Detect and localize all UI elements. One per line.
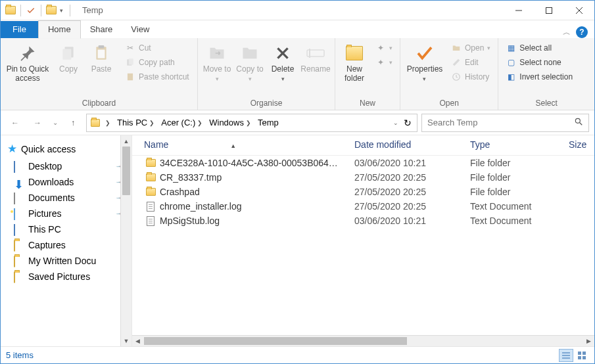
tab-home[interactable]: Home	[38, 20, 81, 39]
refresh-button[interactable]: ↻	[404, 118, 412, 128]
sidebar-item[interactable]: ⬇Downloads📌	[1, 174, 131, 190]
up-button[interactable]: ↑	[64, 114, 82, 132]
group-new: New folder ✦▾ ✦▾ New	[335, 38, 400, 110]
recent-dropdown[interactable]: ⌄	[51, 114, 60, 132]
sidebar-item-label: Documents	[28, 193, 75, 203]
status-bar: 5 items	[1, 346, 594, 363]
sidebar-item-icon	[14, 162, 24, 171]
copy-to-button[interactable]: Copy to ▾	[233, 40, 266, 86]
horizontal-scrollbar[interactable]: ◀ ▶	[132, 335, 594, 346]
copy-path-button[interactable]: Copy path	[123, 56, 191, 69]
group-label-clipboard: Clipboard	[3, 97, 195, 110]
file-list-pane: Name▲ Date modified Type Size 34CE328A-1…	[132, 135, 594, 346]
sidebar-item[interactable]: Documents📌	[1, 190, 131, 206]
history-icon	[451, 72, 462, 82]
file-icon	[144, 216, 157, 226]
search-input[interactable]: Search Temp	[421, 114, 589, 132]
close-button[interactable]	[564, 1, 594, 20]
history-button[interactable]: History	[449, 70, 492, 83]
minimize-button[interactable]	[504, 1, 534, 20]
column-date[interactable]: Date modified	[354, 139, 470, 150]
edit-button[interactable]: Edit	[449, 56, 492, 69]
address-dropdown-icon[interactable]: ⌄	[393, 120, 398, 126]
scissors-icon: ✂	[125, 43, 135, 53]
file-row[interactable]: chrome_installer.log27/05/2020 20:25Text…	[132, 199, 594, 214]
paste-button[interactable]: Paste	[85, 40, 118, 77]
file-type: File folder	[470, 172, 569, 183]
easy-access-icon: ✦	[375, 57, 386, 68]
back-button[interactable]: ←	[6, 114, 24, 132]
copy-button[interactable]: Copy	[52, 40, 85, 77]
group-open: Properties▾ Open ▾ Edit History Open	[400, 38, 498, 110]
svg-point-17	[575, 118, 580, 123]
paste-shortcut-icon	[125, 72, 135, 82]
group-clipboard: Pin to Quick access Copy Paste ✂Cut Copy…	[1, 38, 198, 110]
file-row[interactable]: 34CE328A-1010-4A5C-A380-00053B064…03/06/…	[132, 156, 594, 170]
svg-rect-10	[129, 58, 133, 64]
crumb-this-pc[interactable]: This PC❯	[114, 117, 157, 128]
sidebar-item[interactable]: Desktop📌	[1, 158, 131, 174]
item-count: 5 items	[6, 350, 34, 360]
file-row[interactable]: CR_83337.tmp27/05/2020 20:25File folder	[132, 170, 594, 185]
maximize-button[interactable]	[534, 1, 564, 20]
properties-button[interactable]: Properties▾	[403, 40, 446, 86]
rename-button[interactable]: Rename	[299, 40, 332, 77]
tab-file[interactable]: File	[1, 21, 38, 38]
search-icon	[574, 117, 583, 128]
crumb-temp[interactable]: Temp	[255, 117, 281, 128]
forward-button[interactable]: →	[28, 114, 47, 132]
sidebar-item[interactable]: Captures	[1, 237, 131, 253]
separator	[41, 5, 41, 16]
crumb-windows[interactable]: Windows❯	[206, 117, 254, 128]
tab-share[interactable]: Share	[81, 21, 122, 38]
crumb-drive[interactable]: Acer (C:)❯	[158, 117, 205, 128]
new-folder-icon	[344, 43, 365, 64]
file-row[interactable]: Crashpad27/05/2020 20:25File folder	[132, 185, 594, 199]
properties-qat-icon[interactable]	[25, 5, 37, 16]
sidebar-item-icon	[14, 225, 24, 234]
move-to-button[interactable]: Move to ▾	[201, 40, 233, 86]
svg-rect-15	[309, 49, 310, 58]
column-type[interactable]: Type	[470, 139, 569, 150]
paste-icon	[91, 43, 112, 64]
sidebar-item[interactable]: Pictures📌	[1, 206, 131, 221]
folder-qat-icon[interactable]	[45, 5, 57, 16]
new-folder-button[interactable]: New folder	[338, 40, 371, 86]
select-none-button[interactable]: ▢Select none	[504, 56, 575, 69]
move-to-icon	[206, 43, 227, 64]
qat-dropdown-icon[interactable]: ▾	[60, 7, 63, 14]
tab-view[interactable]: View	[122, 21, 158, 38]
select-all-button[interactable]: ▦Select all	[504, 41, 575, 55]
file-date: 27/05/2020 20:25	[354, 172, 470, 183]
sidebar-item[interactable]: This PC	[1, 221, 131, 237]
column-name[interactable]: Name▲	[144, 139, 354, 150]
help-icon[interactable]: ?	[576, 26, 588, 38]
collapse-ribbon-icon[interactable]: ︿	[563, 27, 571, 38]
sidebar-item[interactable]: My Written Docu	[1, 253, 131, 269]
address-bar[interactable]: ❯ This PC❯ Acer (C:)❯ Windows❯ Temp ⌄ ↻	[86, 114, 417, 132]
details-view-button[interactable]	[559, 349, 573, 362]
group-label-organise: Organise	[201, 97, 332, 110]
thumbnails-view-button[interactable]	[575, 349, 589, 362]
svg-rect-11	[128, 74, 133, 81]
paste-shortcut-button[interactable]: Paste shortcut	[123, 70, 191, 83]
content-area: ★ Quick access Desktop📌⬇Downloads📌Docume…	[1, 135, 594, 346]
svg-rect-25	[583, 356, 586, 359]
sidebar-item-icon	[14, 209, 24, 218]
file-type: File folder	[470, 158, 569, 168]
crumb-root-chevron[interactable]: ❯	[103, 119, 113, 127]
easy-access-button[interactable]: ✦▾	[373, 56, 394, 69]
new-item-button[interactable]: ✦▾	[373, 41, 394, 55]
sidebar-scrollbar[interactable]: ▲ ▼	[120, 135, 131, 346]
cut-button[interactable]: ✂Cut	[123, 41, 191, 55]
column-size[interactable]: Size	[569, 139, 592, 150]
invert-selection-button[interactable]: ◧Invert selection	[504, 70, 575, 83]
separator	[20, 5, 21, 16]
delete-button[interactable]: Delete▾	[266, 40, 299, 86]
sidebar-item[interactable]: Saved Pictures	[1, 269, 131, 284]
pin-to-quick-access-button[interactable]: Pin to Quick access	[3, 40, 52, 86]
file-type: File folder	[470, 187, 569, 197]
file-row[interactable]: MpSigStub.log03/06/2020 10:21Text Docume…	[132, 214, 594, 228]
sidebar-quick-access[interactable]: ★ Quick access	[1, 139, 131, 158]
open-button[interactable]: Open ▾	[449, 41, 492, 55]
